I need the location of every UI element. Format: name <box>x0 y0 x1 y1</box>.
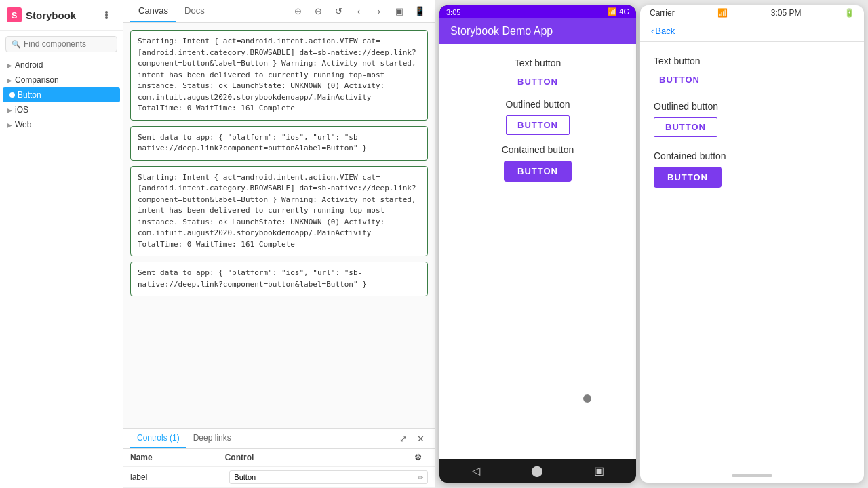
sidebar: S Storybook 🔍 ▶ Android ▶ Comparison But… <box>0 0 123 488</box>
android-app-title: Storybook Demo App <box>450 25 553 37</box>
sidebar-item-web-label: Web <box>15 120 31 129</box>
log-entry-1: Starting: Intent { act=android.intent.ac… <box>130 30 428 121</box>
android-back-button[interactable]: ◁ <box>472 464 480 477</box>
control-input-wrap: ✏ <box>229 470 428 484</box>
android-text-button[interactable]: BUTTON <box>512 74 564 89</box>
nav-back-button[interactable]: ‹ <box>351 3 367 20</box>
sidebar-header: S Storybook <box>0 0 123 30</box>
ios-contained-button-section: Contained button BUTTON <box>654 150 850 188</box>
ios-battery-icon: 🔋 <box>844 8 854 18</box>
ios-text-button-label: Text button <box>654 56 850 66</box>
ios-outlined-button[interactable]: BUTTON <box>654 117 717 137</box>
android-nav-bar: ◁ ⬤ ▣ <box>439 459 636 483</box>
expand-icon: ▶ <box>7 106 12 114</box>
right-panels: 3:05 📶 4G Storybook Demo App Text button… <box>435 0 868 488</box>
search-icon: 🔍 <box>12 40 21 49</box>
ellipsis-icon <box>105 11 108 19</box>
reset-zoom-button[interactable]: ↺ <box>330 3 347 20</box>
android-contained-button[interactable]: BUTTON <box>504 161 572 182</box>
sidebar-item-ios-label: iOS <box>15 105 28 115</box>
ios-back-button[interactable]: ‹ Back <box>651 26 675 36</box>
main-tabs: Canvas Docs ⊕ ⊖ ↺ ‹ › ▣ 📱 <box>123 0 435 23</box>
log-entry-3: Starting: Intent { act=android.intent.ac… <box>130 166 428 257</box>
ios-outlined-button-label: Outlined button <box>654 101 850 112</box>
android-home-button[interactable]: ⬤ <box>531 464 543 477</box>
android-text-button-section: Text button BUTTON <box>446 58 629 89</box>
sidebar-tree: ▶ Android ▶ Comparison Button ▶ iOS ▶ We… <box>0 58 123 488</box>
android-contained-button-section: Contained button BUTTON <box>446 144 629 182</box>
controls-control-header: Control <box>225 453 414 462</box>
control-name-label: label <box>130 472 229 482</box>
sidebar-item-ios[interactable]: ▶ iOS <box>0 102 123 117</box>
ios-home-indicator <box>640 469 864 483</box>
android-status-bar: 3:05 📶 4G <box>439 5 636 18</box>
bottom-toolbar-icons: ⤢ ✕ <box>395 431 428 446</box>
sidebar-logo: S Storybook <box>7 7 76 22</box>
controls-table: Name Control ⚙ label ✏ <box>123 449 435 488</box>
sidebar-item-button[interactable]: Button <box>3 87 120 102</box>
tab-canvas[interactable]: Canvas <box>130 0 176 22</box>
android-outlined-button-section: Outlined button BUTTON <box>446 99 629 135</box>
ios-wifi-icon: 📶 <box>717 8 728 18</box>
ios-text-button[interactable]: BUTTON <box>654 72 705 87</box>
controls-header: Name Control ⚙ <box>123 449 435 467</box>
ios-back-label: Back <box>655 26 675 36</box>
sidebar-title: Storybook <box>26 9 76 21</box>
expand-panel-button[interactable]: ⤢ <box>395 431 410 446</box>
expand-icon: ▶ <box>7 121 12 129</box>
zoom-in-button[interactable]: ⊕ <box>290 3 306 20</box>
ios-contained-button[interactable]: BUTTON <box>654 167 722 188</box>
nav-forward-button[interactable]: › <box>371 3 387 20</box>
sidebar-item-button-label: Button <box>18 90 41 100</box>
storybook-logo-icon: S <box>7 7 22 22</box>
sidebar-item-android[interactable]: ▶ Android <box>0 58 123 73</box>
expand-icon: ▶ <box>7 77 12 84</box>
android-outlined-button[interactable]: BUTTON <box>506 115 570 135</box>
zoom-out-button[interactable]: ⊖ <box>310 3 326 20</box>
edit-icon: ✏ <box>418 474 423 481</box>
bottom-tabs: Controls (1) Deep links ⤢ ✕ <box>123 429 435 449</box>
search-input[interactable] <box>24 39 111 49</box>
ios-status-bar: Carrier 📶 3:05 PM 🔋 <box>640 5 864 20</box>
android-app-bar: Storybook Demo App <box>439 18 636 44</box>
ios-time: 3:05 PM <box>771 8 802 18</box>
android-text-button-label: Text button <box>515 58 561 68</box>
main-panel: Canvas Docs ⊕ ⊖ ↺ ‹ › ▣ 📱 Starting: Inte… <box>123 0 435 488</box>
android-phone: 3:05 📶 4G Storybook Demo App Text button… <box>439 5 636 483</box>
close-panel-button[interactable]: ✕ <box>413 431 428 446</box>
ios-contained-button-label: Contained button <box>654 150 850 161</box>
android-recents-button[interactable]: ▣ <box>594 464 604 477</box>
ios-outlined-button-section: Outlined button BUTTON <box>654 101 850 137</box>
ios-content: Text button BUTTON Outlined button BUTTO… <box>640 42 864 469</box>
controls-settings-icon[interactable]: ⚙ <box>414 453 428 462</box>
tab-deep-links[interactable]: Deep links <box>186 429 238 448</box>
dot-icon <box>9 92 15 98</box>
label-input[interactable] <box>234 473 415 481</box>
sidebar-menu-button[interactable] <box>97 5 116 24</box>
log-entry-4: Sent data to app: { "platform": "ios", "… <box>130 262 428 296</box>
log-area: Starting: Intent { act=android.intent.ac… <box>123 23 435 428</box>
tab-controls[interactable]: Controls (1) <box>130 429 186 448</box>
search-box: 🔍 <box>5 36 117 52</box>
android-content: Text button BUTTON Outlined button BUTTO… <box>439 44 636 459</box>
android-time: 3:05 <box>446 8 460 16</box>
ios-text-button-section: Text button BUTTON <box>654 56 850 87</box>
controls-row-label: label ✏ <box>123 467 435 488</box>
chevron-left-icon: ‹ <box>651 26 654 36</box>
android-outlined-button-label: Outlined button <box>506 99 570 110</box>
sidebar-item-comparison-label: Comparison <box>15 75 59 85</box>
device-desktop-button[interactable]: ▣ <box>391 3 408 20</box>
android-contained-button-label: Contained button <box>502 144 574 155</box>
sidebar-item-web[interactable]: ▶ Web <box>0 117 123 132</box>
android-signal-icons: 📶 4G <box>608 7 629 16</box>
toolbar-icons: ⊕ ⊖ ↺ ‹ › ▣ 📱 <box>290 3 428 20</box>
bottom-panel: Controls (1) Deep links ⤢ ✕ Name Control… <box>123 428 435 488</box>
expand-icon: ▶ <box>7 62 12 69</box>
home-bar <box>732 474 772 477</box>
sidebar-item-comparison[interactable]: ▶ Comparison <box>0 73 123 87</box>
sidebar-item-android-label: Android <box>15 60 43 70</box>
ios-phone: Carrier 📶 3:05 PM 🔋 ‹ Back Text button B… <box>640 5 864 483</box>
ios-nav-bar: ‹ Back <box>640 20 864 42</box>
tab-docs[interactable]: Docs <box>176 0 213 22</box>
device-mobile-button[interactable]: 📱 <box>412 3 428 20</box>
